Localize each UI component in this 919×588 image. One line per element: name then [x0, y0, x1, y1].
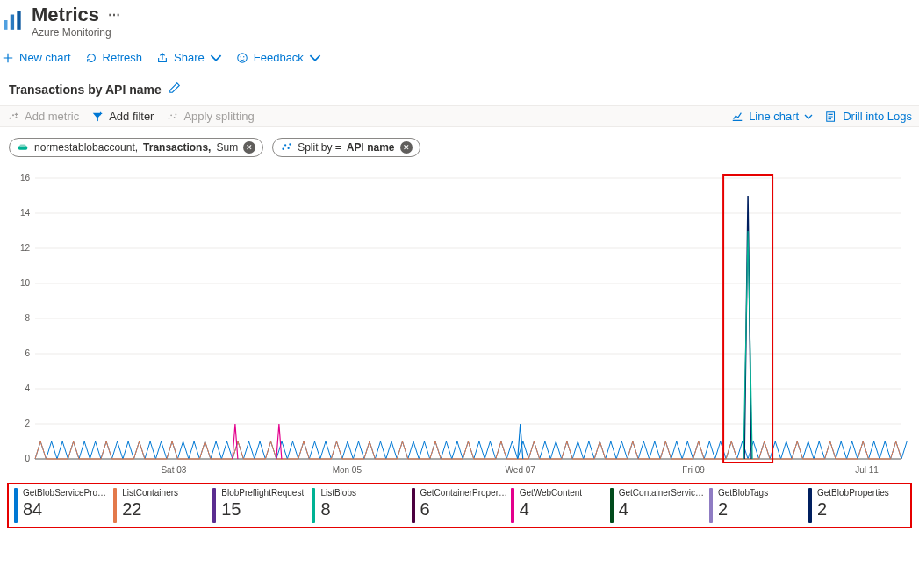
legend-series-value: 2 [817, 499, 889, 520]
legend-item[interactable]: GetContainerProperties6 [412, 488, 508, 523]
legend-item[interactable]: BlobPreflightRequest15 [212, 488, 309, 523]
legend-swatch [610, 488, 614, 523]
close-icon[interactable]: ✕ [243, 141, 255, 154]
legend-swatch [412, 488, 415, 523]
legend-item[interactable]: GetBlobTags2 [709, 488, 806, 523]
legend-series-value: 22 [122, 499, 178, 520]
svg-point-4 [240, 55, 241, 56]
split-icon [166, 111, 178, 123]
svg-text:2: 2 [25, 419, 30, 428]
legend-series-value: 4 [520, 499, 583, 520]
legend-series-value: 4 [619, 499, 707, 520]
split-prefix-label: Split by = [298, 141, 341, 154]
svg-text:16: 16 [20, 173, 31, 183]
svg-text:12: 12 [20, 243, 31, 253]
legend-item[interactable]: GetWebContent4 [511, 488, 607, 523]
chart-area: 0246810121416Sat 03Mon 05Wed 07Fri 09Jul… [0, 162, 919, 479]
drill-logs-button[interactable]: Drill into Logs [825, 110, 912, 123]
command-bar: New chart Refresh Share Feedback [0, 40, 919, 75]
svg-text:8: 8 [25, 313, 30, 323]
line-chart-label: Line chart [749, 110, 799, 123]
refresh-icon [85, 52, 97, 64]
svg-point-9 [169, 117, 170, 118]
svg-point-3 [238, 53, 248, 62]
svg-text:Mon 05: Mon 05 [333, 465, 363, 475]
chevron-down-icon [210, 52, 222, 64]
legend-series-value: 2 [718, 499, 768, 520]
svg-point-18 [288, 147, 290, 149]
svg-text:Fri 09: Fri 09 [682, 465, 705, 475]
add-filter-button[interactable]: Add filter [91, 110, 154, 123]
svg-text:Jul 11: Jul 11 [855, 465, 879, 475]
more-icon[interactable]: ⋯ [108, 8, 120, 22]
legend-item[interactable]: ListContainers22 [113, 488, 210, 523]
apply-splitting-button[interactable]: Apply splitting [166, 110, 254, 123]
drill-logs-label: Drill into Logs [843, 110, 912, 123]
legend-series-name: ListContainers [122, 488, 178, 498]
svg-text:Sat 03: Sat 03 [161, 465, 186, 475]
legend-item[interactable]: ListBlobs8 [312, 488, 408, 523]
legend-series-name: GetBlobTags [718, 488, 768, 498]
feedback-button[interactable]: Feedback [236, 51, 321, 64]
legend-swatch [14, 488, 18, 523]
resource-icon [17, 141, 29, 154]
share-button[interactable]: Share [156, 51, 222, 64]
legend-series-name: BlobPreflightRequest [221, 488, 304, 498]
pencil-icon[interactable] [169, 82, 181, 97]
svg-text:14: 14 [20, 208, 31, 218]
split-pill[interactable]: Split by = API name ✕ [272, 138, 420, 157]
page-header: Metrics ⋯ Azure Monitoring [0, 0, 919, 40]
chart-title: Transactions by API name [9, 82, 162, 97]
legend-series-value: 15 [221, 499, 304, 520]
svg-rect-1 [11, 15, 14, 30]
svg-text:6: 6 [25, 348, 30, 358]
line-chart[interactable]: 0246810121416Sat 03Mon 05Wed 07Fri 09Jul… [9, 169, 910, 477]
svg-point-6 [9, 117, 11, 118]
legend-series-name: ListBlobs [320, 488, 356, 498]
svg-point-5 [243, 55, 244, 56]
metric-name-label: Transactions, [143, 141, 211, 154]
line-chart-dropdown[interactable]: Line chart [731, 110, 813, 123]
legend-item[interactable]: GetContainerServiceM...4 [610, 488, 707, 523]
legend-swatch [808, 488, 812, 523]
smile-icon [236, 52, 248, 64]
add-metric-button[interactable]: Add metric [7, 110, 79, 123]
metric-pill[interactable]: normestablobaccount, Transactions, Sum ✕ [9, 138, 263, 157]
share-icon [156, 52, 169, 64]
plus-icon [2, 52, 14, 64]
svg-text:Wed 07: Wed 07 [506, 465, 536, 475]
svg-point-11 [174, 117, 176, 118]
legend-series-value: 84 [23, 499, 111, 520]
new-chart-button[interactable]: New chart [2, 51, 71, 64]
metrics-icon [2, 9, 25, 32]
legend-item[interactable]: GetBlobServiceProper...84 [14, 488, 111, 523]
svg-text:10: 10 [20, 278, 31, 288]
legend-series-name: GetWebContent [520, 488, 583, 498]
legend-item[interactable]: GetBlobProperties2 [808, 488, 905, 523]
legend-swatch [113, 488, 117, 523]
svg-point-8 [15, 116, 17, 118]
feedback-label: Feedback [254, 51, 304, 64]
legend-swatch [212, 488, 216, 523]
chart-toolbar: Add metric Add filter Apply splitting Li… [0, 105, 919, 127]
legend-swatch [312, 488, 315, 523]
svg-rect-2 [17, 11, 20, 30]
close-icon[interactable]: ✕ [400, 141, 413, 154]
page-subtitle: Azure Monitoring [32, 26, 120, 39]
page-title: Metrics [32, 4, 99, 26]
filter-pills: normestablobaccount, Transactions, Sum ✕… [0, 127, 919, 162]
legend-series-name: GetBlobServiceProper... [23, 488, 111, 498]
apply-splitting-label: Apply splitting [183, 110, 254, 123]
line-chart-icon [731, 111, 743, 123]
legend-swatch [511, 488, 514, 523]
split-icon [280, 141, 292, 154]
metric-agg-label: Sum [216, 141, 238, 154]
legend-series-name: GetBlobProperties [817, 488, 889, 498]
chevron-down-icon [804, 112, 813, 121]
svg-point-7 [12, 114, 14, 116]
add-metric-label: Add metric [25, 110, 79, 123]
logs-icon [825, 111, 837, 123]
chevron-down-icon [309, 52, 321, 64]
refresh-button[interactable]: Refresh [85, 51, 143, 64]
svg-point-16 [283, 148, 284, 150]
